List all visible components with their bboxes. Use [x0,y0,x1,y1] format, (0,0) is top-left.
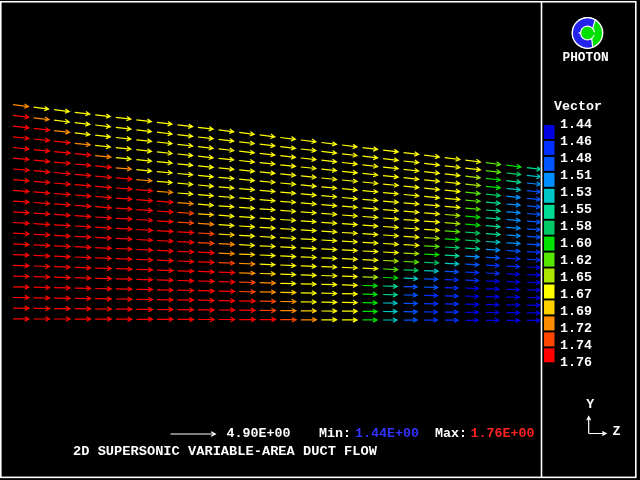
svg-text:1.67: 1.67 [560,287,592,302]
svg-text:1.60: 1.60 [560,236,592,251]
svg-text:2D SUPERSONIC VARIABLE-AREA DU: 2D SUPERSONIC VARIABLE-AREA DUCT FLOW [73,444,378,459]
svg-text:PHOTON: PHOTON [563,50,609,65]
svg-text:Z: Z [613,424,621,439]
svg-text:1.46: 1.46 [560,134,592,149]
svg-text:1.44: 1.44 [560,117,592,132]
svg-text:1.51: 1.51 [560,168,592,183]
svg-text:1.62: 1.62 [560,253,592,268]
svg-text:1.65: 1.65 [560,270,592,285]
svg-text:1.58: 1.58 [560,219,592,234]
svg-text:1.76: 1.76 [560,355,592,370]
svg-text:1.74: 1.74 [560,338,592,353]
svg-text:Max:: Max: [435,426,467,441]
svg-text:1.53: 1.53 [560,185,592,200]
svg-text:Vector: Vector [554,99,602,114]
svg-text:Min:: Min: [319,426,351,441]
svg-text:1.55: 1.55 [560,202,592,217]
svg-text:1.72: 1.72 [560,321,592,336]
svg-text:1.48: 1.48 [560,151,592,166]
svg-text:1.76E+00: 1.76E+00 [471,426,535,441]
svg-text:1.69: 1.69 [560,304,592,319]
svg-text:1.44E+00: 1.44E+00 [355,426,419,441]
svg-text:4.90E+00: 4.90E+00 [227,426,291,441]
svg-text:Y: Y [586,397,594,412]
